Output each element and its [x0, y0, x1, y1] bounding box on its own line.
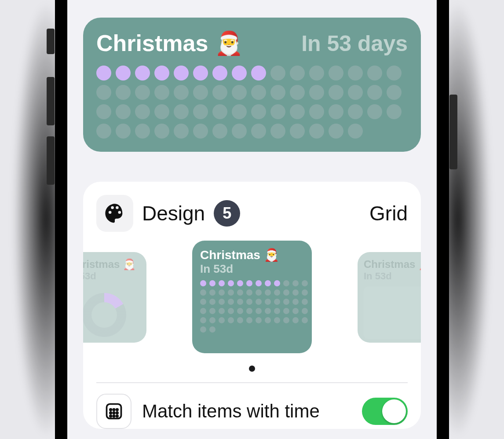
widget-header: Christmas 🎅 In 53 days — [96, 30, 408, 57]
dot — [174, 104, 189, 119]
dot — [292, 280, 299, 286]
phone-mockup: Christmas 🎅 In 53 days Design 5 Grid Chr… — [0, 0, 504, 439]
design-preview-center[interactable]: Christmas 🎅 In 53d — [192, 241, 312, 353]
svg-point-4 — [110, 412, 112, 414]
preview-dot-grid — [200, 280, 304, 333]
dot — [329, 66, 343, 80]
dot — [135, 85, 150, 100]
dot — [237, 299, 243, 305]
phone-side-button — [47, 136, 55, 185]
design-label: Design — [142, 201, 205, 225]
dot — [154, 124, 169, 139]
preview-donut — [83, 286, 140, 343]
screen: Christmas 🎅 In 53 days Design 5 Grid Chr… — [67, 0, 437, 439]
preview-title: Christmas 🎅 — [200, 248, 304, 262]
dot — [96, 66, 111, 80]
dot — [348, 104, 363, 119]
widget-title: Christmas 🎅 — [96, 30, 243, 57]
dot — [219, 289, 225, 296]
dot — [292, 299, 299, 305]
dot — [270, 104, 285, 119]
widget-countdown: In 53 days — [301, 31, 408, 56]
dot — [348, 85, 363, 100]
dot — [135, 124, 150, 139]
svg-point-5 — [113, 412, 115, 414]
grid-icon — [96, 394, 131, 429]
match-items-toggle[interactable] — [362, 398, 408, 425]
svg-point-6 — [117, 412, 118, 414]
dot — [209, 308, 215, 314]
dot — [228, 308, 234, 314]
dot — [309, 124, 324, 139]
dot — [348, 66, 363, 80]
dot — [265, 280, 271, 286]
page-indicator-dot — [249, 366, 255, 372]
dot — [209, 280, 215, 286]
dot — [193, 124, 208, 139]
dot — [200, 308, 206, 314]
dot — [200, 280, 206, 286]
dot — [193, 85, 208, 100]
match-items-label: Match items with time — [142, 401, 351, 422]
dot — [290, 124, 305, 139]
dot — [228, 299, 234, 305]
dot — [174, 66, 189, 80]
dot — [212, 124, 227, 139]
dot — [274, 289, 280, 296]
dot — [329, 124, 343, 139]
dot — [212, 85, 227, 100]
dot — [270, 124, 285, 139]
preview-sub: In 53d — [364, 271, 421, 282]
design-count-badge: 5 — [214, 200, 240, 227]
dot — [290, 85, 305, 100]
dot — [265, 289, 271, 296]
dot — [387, 66, 402, 80]
dot — [274, 308, 280, 314]
design-carousel[interactable]: Christmas 🎅 In 53d Christmas 🎅 In 53d Ch… — [83, 241, 421, 373]
dot — [265, 299, 271, 305]
dot — [265, 308, 271, 314]
countdown-widget[interactable]: Christmas 🎅 In 53 days — [83, 18, 421, 152]
dot — [232, 66, 247, 80]
match-items-row[interactable]: Match items with time — [83, 383, 421, 429]
dot — [283, 280, 289, 286]
palette-icon — [96, 195, 133, 232]
phone-side-button — [47, 29, 55, 54]
dot — [96, 124, 111, 139]
dot — [174, 124, 189, 139]
dot — [154, 85, 169, 100]
design-value: Grid — [369, 201, 408, 225]
dot — [256, 289, 262, 296]
dot — [200, 289, 206, 296]
dot — [256, 299, 262, 305]
dot — [232, 104, 247, 119]
widget-dot-grid — [96, 66, 408, 139]
dot — [228, 280, 234, 286]
preview-sub: In 53d — [83, 271, 140, 282]
dot — [193, 104, 208, 119]
dot — [246, 308, 252, 314]
design-preview-left[interactable]: Christmas 🎅 In 53d — [83, 252, 146, 343]
dot — [246, 289, 252, 296]
dot — [309, 66, 324, 80]
dot — [367, 104, 382, 119]
dot — [246, 280, 252, 286]
dot — [302, 308, 308, 314]
preview-title: Christmas 🎅 — [83, 258, 140, 271]
design-panel: Design 5 Grid Christmas 🎅 In 53d Christm… — [83, 182, 421, 429]
dot — [283, 317, 289, 323]
dot — [174, 85, 189, 100]
design-header[interactable]: Design 5 Grid — [83, 195, 421, 232]
dot — [387, 85, 402, 100]
dot — [209, 299, 215, 305]
dot — [309, 104, 324, 119]
svg-point-9 — [117, 415, 118, 417]
svg-point-1 — [110, 409, 112, 411]
design-preview-right[interactable]: Christmas 🎅 In 53d — [358, 252, 421, 343]
dot — [237, 289, 243, 296]
dot — [302, 280, 308, 286]
dot — [292, 317, 299, 323]
dot — [274, 317, 280, 323]
dot — [329, 104, 343, 119]
dot — [237, 308, 243, 314]
